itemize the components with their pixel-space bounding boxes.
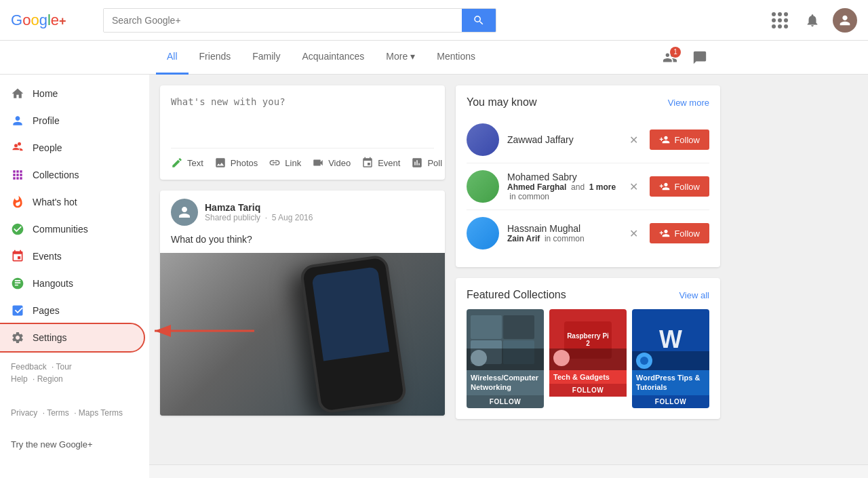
hassnain-info: Hassnain Mughal Zain Arif in common [507, 223, 617, 243]
post-author-name[interactable]: Hamza Tariq [205, 202, 434, 213]
footer-link-feedback[interactable]: Feedback [11, 362, 47, 372]
collection-wordpress[interactable]: W WordPress Tips & Tutorials FOLLOW [632, 309, 709, 408]
hassnain-follow-button[interactable]: Follow [650, 223, 709, 243]
text-icon [171, 157, 183, 169]
follow-icon-2 [659, 181, 670, 192]
composer-action-video[interactable]: Video [312, 157, 351, 169]
tab-all[interactable]: All [156, 41, 189, 75]
zawwad-info: Zawwad Jaffary [507, 134, 617, 145]
zawwad-follow-button[interactable]: Follow [650, 130, 709, 150]
footer-link-maps-terms[interactable]: Maps Terms [79, 408, 123, 418]
post-date: Shared publicly · 5 Aug 2016 [205, 213, 434, 222]
sidebar-label-communities: Communities [33, 224, 88, 235]
hangouts-icon [11, 277, 24, 290]
mohamed-follow-button[interactable]: Follow [650, 176, 709, 197]
mohamed-common: Ahmed Farghal and 1 more in common [507, 182, 617, 201]
hassnain-avatar [467, 217, 499, 250]
composer-action-photos[interactable]: Photos [214, 157, 258, 169]
sidebar-footer: Feedback · Tour Help · Region [0, 351, 149, 397]
sidebar-item-home[interactable]: Home [0, 80, 144, 107]
hassnain-dismiss-button[interactable]: ✕ [625, 225, 642, 241]
sidebar-item-settings[interactable]: Settings [0, 324, 144, 351]
search-icon [473, 14, 485, 26]
post-composer: Text Photos Link [160, 85, 445, 180]
post-question: What do you think? [160, 234, 445, 253]
apps-grid-icon [772, 12, 788, 28]
sidebar-label-profile: Profile [33, 115, 60, 126]
try-new-google-plus[interactable]: Try the new Google+ [0, 431, 149, 458]
collection-tech[interactable]: Raspberry Pi 2 Tech & Gadgets FOLLOW [549, 309, 627, 408]
sidebar-label-hangouts: Hangouts [33, 278, 73, 289]
chat-nav-icon [692, 50, 707, 65]
collection-wireless[interactable]: Wireless/Computer Networking FOLLOW [467, 309, 544, 408]
sidebar-footer2: Privacy · Terms · Maps Terms [0, 397, 149, 431]
profile-icon [11, 114, 24, 127]
sidebar-item-profile[interactable]: Profile [0, 107, 144, 134]
sidebar-label-home: Home [33, 88, 58, 99]
person-row-hassnain: Hassnain Mughal Zain Arif in common ✕ Fo… [467, 210, 709, 256]
person-row-mohamed: Mohamed Sabry Ahmed Farghal and 1 more i… [467, 163, 709, 210]
sidebar-item-collections[interactable]: Collections [0, 161, 144, 188]
featured-collections-title: Featured Collections [467, 289, 566, 301]
wordpress-follow-label[interactable]: FOLLOW [632, 395, 709, 408]
people-nav-icon-button[interactable]: 1 [658, 45, 682, 70]
tab-more[interactable]: More ▾ [375, 41, 426, 75]
hassnain-name[interactable]: Hassnain Mughal [507, 223, 617, 234]
tab-acquaintances[interactable]: Acquaintances [291, 41, 375, 75]
featured-collections-header: Featured Collections View all [467, 289, 709, 301]
zawwad-dismiss-button[interactable]: ✕ [625, 132, 642, 148]
search-button[interactable] [462, 9, 496, 32]
sidebar-item-events[interactable]: Events [0, 243, 144, 270]
sidebar-item-communities[interactable]: Communities [0, 216, 144, 243]
tech-follow-label[interactable]: FOLLOW [549, 384, 627, 397]
mohamed-name[interactable]: Mohamed Sabry [507, 172, 617, 182]
sidebar-item-whats-hot[interactable]: What's hot [0, 188, 144, 216]
tab-mentions[interactable]: Mentions [426, 41, 486, 75]
sidebar-item-people[interactable]: People [0, 134, 144, 161]
sidebar-label-settings: Settings [33, 332, 67, 343]
notifications-icon-button[interactable] [800, 8, 825, 33]
sidebar-label-people: People [33, 142, 62, 153]
footer-link-help[interactable]: Help [11, 374, 28, 384]
wireless-follow-label[interactable]: FOLLOW [467, 395, 544, 408]
logo[interactable]: Google+ [11, 12, 92, 29]
poll-icon [411, 157, 423, 169]
footer-link-tour[interactable]: Tour [56, 362, 72, 372]
composer-input[interactable] [171, 96, 434, 137]
footer-link-terms[interactable]: Terms [47, 408, 69, 418]
follow-icon-3 [659, 228, 670, 239]
post-card: Hamza Tariq Shared publicly · 5 Aug 2016… [160, 191, 445, 416]
tab-family[interactable]: Family [241, 41, 291, 75]
sidebar: Home Profile People Collections [0, 75, 149, 478]
arrow-indicator [149, 321, 258, 344]
mohamed-info: Mohamed Sabry Ahmed Farghal and 1 more i… [507, 172, 617, 201]
footer-link-privacy[interactable]: Privacy [11, 408, 37, 418]
sidebar-item-hangouts[interactable]: Hangouts [0, 270, 144, 297]
sidebar-item-pages[interactable]: Pages [0, 297, 144, 324]
mohamed-dismiss-button[interactable]: ✕ [625, 178, 642, 195]
composer-action-text[interactable]: Text [171, 157, 203, 169]
chevron-down-icon: ▾ [410, 51, 415, 62]
notifications-badge: 1 [670, 47, 681, 58]
composer-action-poll[interactable]: Poll [411, 157, 442, 169]
hassnain-common: Zain Arif in common [507, 234, 617, 243]
tab-friends[interactable]: Friends [189, 41, 242, 75]
sidebar-label-pages: Pages [33, 305, 60, 316]
search-input[interactable] [104, 9, 462, 32]
apps-icon-button[interactable] [768, 8, 792, 33]
bell-icon [805, 13, 820, 28]
nav-right: 1 [658, 45, 712, 70]
search-bar [103, 8, 496, 33]
chat-nav-icon-button[interactable] [688, 45, 712, 70]
view-all-link[interactable]: View all [679, 290, 709, 300]
composer-action-link[interactable]: Link [269, 157, 301, 169]
collections-grid: Wireless/Computer Networking FOLLOW Rasp… [467, 309, 709, 408]
communities-icon [11, 222, 24, 236]
footer-link-region[interactable]: Region [37, 374, 63, 384]
composer-action-event[interactable]: Event [361, 157, 400, 169]
pages-icon [11, 304, 24, 317]
link-icon [269, 157, 281, 169]
zawwad-name[interactable]: Zawwad Jaffary [507, 134, 617, 145]
user-avatar[interactable] [833, 8, 857, 33]
view-more-link[interactable]: View more [668, 98, 709, 108]
